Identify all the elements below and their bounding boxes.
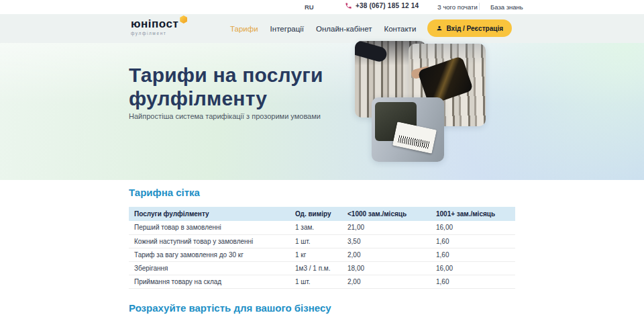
page-title: Тарифи на послуги фулфілменту [129, 63, 323, 110]
pricing-title: Тарифна сітка [129, 187, 200, 198]
cell-price-low: 2,00 [342, 275, 431, 288]
topbar-link-knowledge-base[interactable]: База знань [490, 3, 523, 11]
table-header-row: Послуги фулфілменту Од. виміру <1000 зам… [129, 207, 515, 221]
topbar-divider [479, 3, 480, 10]
calculator-title: Розрахуйте вартість для вашого бізнесу [129, 302, 331, 314]
login-button-label: Вхід / Реєстрація [446, 25, 503, 32]
cell-price-high: 1,60 [431, 234, 515, 248]
language-switcher[interactable]: RU [305, 3, 314, 11]
main-nav: Тарифи Інтеграції Онлайн-кабінет Контакт… [230, 14, 416, 43]
cell-price-high: 16,00 [431, 261, 515, 275]
main-header: юніпост фулфілмент Тарифи Інтеграції Онл… [0, 14, 644, 43]
col-header-under-1000: <1000 зам./місяць [342, 207, 431, 221]
cell-price-low: 21,00 [342, 221, 431, 234]
hero-photo-label-printer [372, 97, 444, 162]
page-title-line2: фулфілменту [129, 87, 323, 110]
table-row: Кожний наступний товар у замовленні 1 шт… [129, 234, 515, 248]
cell-price-high: 16,00 [431, 221, 515, 234]
login-button[interactable]: Вхід / Реєстрація [427, 19, 512, 37]
logo-title: юніпост [131, 18, 178, 30]
hero-section: Тарифи на послуги фулфілменту Найпростіш… [0, 43, 644, 180]
table-row: Тариф за вагу замовлення до 30 кг 1 кг 2… [129, 248, 515, 261]
cell-unit: 1 зам. [290, 221, 342, 234]
cell-service: Тариф за вагу замовлення до 30 кг [129, 248, 290, 261]
cell-service: Перший товар в замовленні [129, 221, 290, 234]
cell-unit: 1м3 / 1 п.м. [290, 261, 342, 275]
nav-item-contacts[interactable]: Контакти [384, 25, 416, 33]
col-header-service: Послуги фулфілменту [129, 207, 290, 221]
cell-price-low: 18,00 [342, 261, 431, 275]
col-header-over-1001: 1001+ зам./місяць [431, 207, 515, 221]
cell-price-high: 1,60 [431, 248, 515, 261]
nav-item-online-cabinet[interactable]: Онлайн-кабінет [316, 25, 372, 33]
tariff-table: Послуги фулфілменту Од. виміру <1000 зам… [129, 207, 515, 289]
nav-item-integrations[interactable]: Інтеграції [270, 25, 304, 33]
cell-service: Зберігання [129, 261, 290, 275]
topbar-link-getting-started[interactable]: З чого почати [437, 3, 478, 11]
cell-unit: 1 кг [290, 248, 342, 261]
page: RU +38 (067) 185 12 14 З чого почати Баз… [0, 0, 644, 319]
hero-subtitle: Найпростіша система тарифікації з прозор… [129, 112, 321, 120]
page-title-line1: Тарифи на послуги [129, 63, 323, 87]
col-header-unit: Од. виміру [290, 207, 342, 221]
phone-number: +38 (067) 185 12 14 [356, 2, 419, 9]
topbar: RU +38 (067) 185 12 14 З чого почати Баз… [0, 0, 644, 14]
phone-icon [345, 2, 352, 9]
user-icon [436, 25, 443, 32]
table-row: Зберігання 1м3 / 1 п.м. 18,00 16,00 [129, 261, 515, 275]
cell-service: Приймання товару на склад [129, 275, 290, 288]
logo-cube-icon [180, 15, 187, 24]
cell-service: Кожний наступний товар у замовленні [129, 234, 290, 248]
table-row: Приймання товару на склад 1 шт. 2,00 1,6… [129, 275, 515, 288]
nav-item-tariffs[interactable]: Тарифи [230, 25, 258, 33]
cell-price-low: 3,50 [342, 234, 431, 248]
cell-price-low: 2,00 [342, 248, 431, 261]
cell-price-high: 1,60 [431, 275, 515, 288]
phone-link[interactable]: +38 (067) 185 12 14 [345, 2, 419, 9]
logo[interactable]: юніпост фулфілмент [131, 18, 187, 36]
logo-subtitle: фулфілмент [131, 31, 187, 36]
table-row: Перший товар в замовленні 1 зам. 21,00 1… [129, 221, 515, 234]
cell-unit: 1 шт. [290, 234, 342, 248]
cell-unit: 1 шт. [290, 275, 342, 288]
